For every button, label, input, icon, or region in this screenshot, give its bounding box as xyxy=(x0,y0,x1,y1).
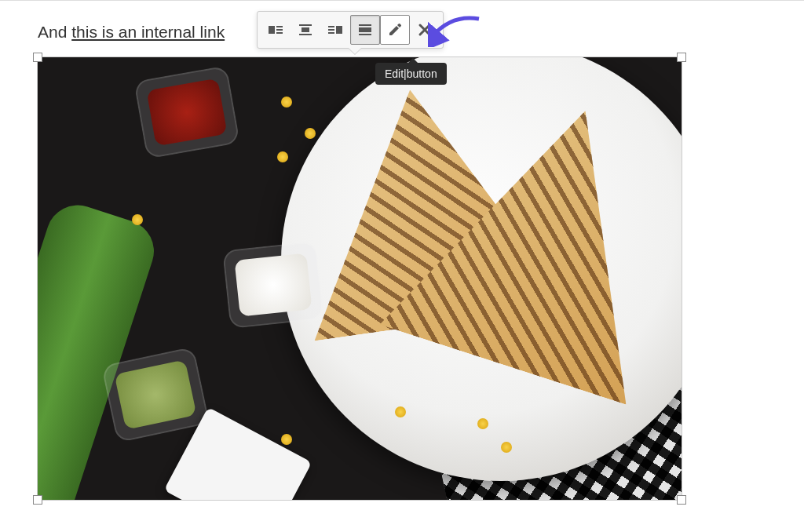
edit-image-button[interactable] xyxy=(380,15,410,45)
align-left-button[interactable] xyxy=(261,15,291,45)
image-block-selected[interactable] xyxy=(38,57,682,500)
svg-rect-2 xyxy=(276,29,283,31)
svg-rect-6 xyxy=(299,34,312,35)
resize-handle-top-right[interactable] xyxy=(677,53,686,62)
align-none-button[interactable] xyxy=(350,15,380,45)
editor-canvas[interactable]: And this is an internal link to another … xyxy=(0,0,804,532)
svg-rect-3 xyxy=(276,32,283,34)
svg-rect-0 xyxy=(269,26,275,34)
resize-handle-bottom-right[interactable] xyxy=(677,495,686,505)
svg-rect-11 xyxy=(359,24,371,26)
align-right-icon xyxy=(327,22,343,38)
edit-button-tooltip: Edit|button xyxy=(375,63,447,85)
svg-rect-13 xyxy=(359,34,371,35)
internal-link[interactable]: this is an internal link xyxy=(71,23,225,41)
svg-rect-5 xyxy=(302,27,309,32)
svg-rect-9 xyxy=(328,29,334,31)
inserted-image[interactable] xyxy=(38,57,682,500)
resize-handle-top-left[interactable] xyxy=(33,53,42,62)
tooltip-text: Edit|button xyxy=(385,67,437,80)
align-none-icon xyxy=(357,22,373,38)
svg-rect-4 xyxy=(299,24,312,26)
toolbar-caret-icon xyxy=(348,47,362,54)
align-right-button[interactable] xyxy=(320,15,350,45)
align-left-icon xyxy=(268,22,283,38)
annotation-arrow-icon xyxy=(428,14,483,47)
svg-rect-7 xyxy=(336,26,342,34)
svg-rect-10 xyxy=(328,32,334,34)
image-toolbar xyxy=(257,11,444,49)
align-center-icon xyxy=(298,22,313,38)
svg-rect-1 xyxy=(276,26,283,27)
align-center-button[interactable] xyxy=(291,15,320,45)
svg-rect-12 xyxy=(359,27,371,32)
image-wrapper[interactable] xyxy=(38,57,682,500)
svg-rect-8 xyxy=(328,26,334,27)
resize-handle-bottom-left[interactable] xyxy=(33,495,42,505)
paragraph-prefix: And xyxy=(38,23,71,41)
pencil-icon xyxy=(387,22,403,38)
